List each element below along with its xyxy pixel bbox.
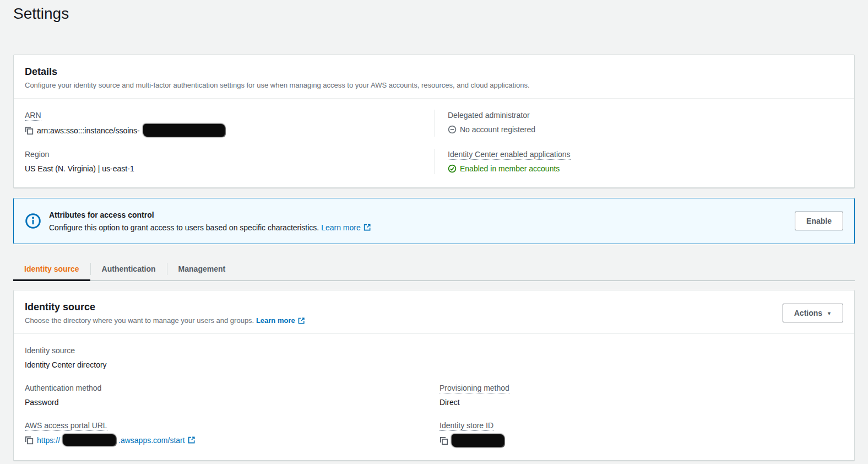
portal-url-redaction bbox=[63, 434, 116, 446]
auth-method-value: Password bbox=[25, 397, 434, 408]
enabled-apps-status-text: Enabled in member accounts bbox=[460, 163, 560, 174]
identity-source-value: Identity Center directory bbox=[25, 359, 434, 370]
arn-value: arn:aws:sso:::instance/ssoins- bbox=[25, 124, 434, 137]
enabled-apps-field: Identity Center enabled applications Ena… bbox=[434, 149, 843, 174]
region-field: Region US East (N. Virginia) | us-east-1 bbox=[25, 149, 434, 174]
identity-store-id-redaction bbox=[452, 434, 504, 447]
delegated-admin-field: Delegated administrator No account regis… bbox=[434, 110, 843, 137]
identity-store-id-label: Identity store ID bbox=[440, 420, 843, 431]
provisioning-method-value: Direct bbox=[440, 397, 843, 408]
details-row-2: Region US East (N. Virginia) | us-east-1… bbox=[25, 149, 843, 174]
tab-authentication[interactable]: Authentication bbox=[91, 257, 167, 280]
banner-text: Attributes for access control Configure … bbox=[49, 209, 787, 233]
tab-management[interactable]: Management bbox=[167, 257, 237, 280]
identity-source-learn-more-link[interactable]: Learn more bbox=[256, 316, 295, 326]
tab-identity-source[interactable]: Identity source bbox=[13, 257, 90, 280]
source-row-3: AWS access portal URL https://.awsapps.c… bbox=[25, 420, 843, 447]
banner-description-text: Configure this option to grant access to… bbox=[49, 223, 319, 232]
portal-url-link[interactable]: https://.awsapps.com/start bbox=[37, 434, 196, 446]
portal-url-prefix: https:// bbox=[37, 435, 60, 446]
arn-value-text: arn:aws:sso:::instance/ssoins- bbox=[37, 125, 140, 136]
portal-url-label-text[interactable]: AWS access portal URL bbox=[25, 421, 107, 431]
banner-learn-more-link[interactable]: Learn more bbox=[321, 222, 361, 233]
details-card-description: Configure your identity source and multi… bbox=[25, 80, 843, 90]
external-link-icon bbox=[187, 436, 196, 444]
copy-icon[interactable] bbox=[440, 436, 448, 445]
provisioning-method-field: Provisioning method Direct bbox=[434, 382, 843, 408]
region-value: US East (N. Virginia) | us-east-1 bbox=[25, 163, 434, 174]
info-icon bbox=[25, 213, 41, 229]
provisioning-method-label: Provisioning method bbox=[440, 382, 843, 393]
identity-source-label: Identity source bbox=[25, 345, 434, 356]
enabled-apps-status: Enabled in member accounts bbox=[448, 163, 843, 174]
identity-source-description-text: Choose the directory where you want to m… bbox=[25, 316, 254, 325]
attributes-banner: Attributes for access control Configure … bbox=[13, 198, 855, 244]
identity-source-card-body: Identity source Identity Center director… bbox=[14, 334, 854, 460]
copy-icon[interactable] bbox=[25, 436, 34, 445]
identity-source-field: Identity source Identity Center director… bbox=[25, 345, 434, 370]
details-card-body: ARN arn:aws:sso:::instance/ssoins- Deleg… bbox=[14, 99, 854, 187]
banner-description: Configure this option to grant access to… bbox=[49, 222, 787, 233]
external-link-icon bbox=[297, 317, 305, 325]
portal-url-field: AWS access portal URL https://.awsapps.c… bbox=[25, 420, 434, 447]
source-row-1-right bbox=[434, 345, 843, 370]
actions-button-label: Actions bbox=[794, 307, 822, 319]
identity-source-card-description: Choose the directory where you want to m… bbox=[25, 316, 783, 326]
delegated-admin-status: No account registered bbox=[448, 124, 843, 135]
chevron-down-icon: ▼ bbox=[827, 311, 832, 316]
portal-url-label: AWS access portal URL bbox=[25, 420, 434, 431]
region-label: Region bbox=[25, 149, 434, 160]
arn-label: ARN bbox=[25, 110, 434, 121]
source-row-1: Identity source Identity Center director… bbox=[25, 345, 843, 370]
banner-title: Attributes for access control bbox=[49, 209, 787, 220]
page-title: Settings bbox=[13, 3, 855, 24]
settings-tabs: Identity source Authentication Managemen… bbox=[13, 257, 855, 281]
auth-method-label: Authentication method bbox=[25, 382, 434, 393]
check-circle-icon bbox=[448, 164, 457, 173]
identity-store-id-field: Identity store ID bbox=[434, 420, 843, 447]
copy-icon[interactable] bbox=[25, 126, 34, 135]
identity-store-id-value bbox=[440, 434, 843, 447]
identity-source-card: Identity source Choose the directory whe… bbox=[13, 290, 855, 461]
identity-source-header-text: Identity source Choose the directory whe… bbox=[25, 300, 783, 326]
settings-page: Settings Details Configure your identity… bbox=[0, 0, 868, 461]
auth-method-field: Authentication method Password bbox=[25, 382, 434, 408]
details-row-1: ARN arn:aws:sso:::instance/ssoins- Deleg… bbox=[25, 110, 843, 137]
minus-circle-icon bbox=[448, 125, 457, 134]
details-card: Details Configure your identity source a… bbox=[13, 55, 855, 188]
arn-field: ARN arn:aws:sso:::instance/ssoins- bbox=[25, 110, 434, 137]
arn-label-text[interactable]: ARN bbox=[25, 111, 41, 121]
delegated-admin-status-text: No account registered bbox=[460, 124, 535, 135]
identity-store-id-label-text[interactable]: Identity store ID bbox=[440, 421, 493, 431]
portal-url-suffix: .awsapps.com/start bbox=[118, 435, 185, 446]
enabled-apps-label: Identity Center enabled applications bbox=[448, 149, 843, 160]
source-row-2: Authentication method Password Provision… bbox=[25, 382, 843, 408]
delegated-admin-label: Delegated administrator bbox=[448, 110, 843, 121]
arn-redaction bbox=[143, 124, 225, 137]
details-card-header: Details Configure your identity source a… bbox=[14, 55, 854, 98]
enabled-apps-label-text[interactable]: Identity Center enabled applications bbox=[448, 150, 571, 160]
external-link-icon bbox=[363, 223, 371, 231]
identity-source-card-header: Identity source Choose the directory whe… bbox=[14, 290, 854, 333]
identity-source-card-title: Identity source bbox=[25, 300, 783, 314]
provisioning-method-label-text[interactable]: Provisioning method bbox=[440, 384, 509, 393]
portal-url-value: https://.awsapps.com/start bbox=[25, 434, 434, 446]
actions-button[interactable]: Actions ▼ bbox=[783, 304, 843, 322]
details-card-title: Details bbox=[25, 65, 843, 78]
enable-button[interactable]: Enable bbox=[795, 212, 843, 230]
